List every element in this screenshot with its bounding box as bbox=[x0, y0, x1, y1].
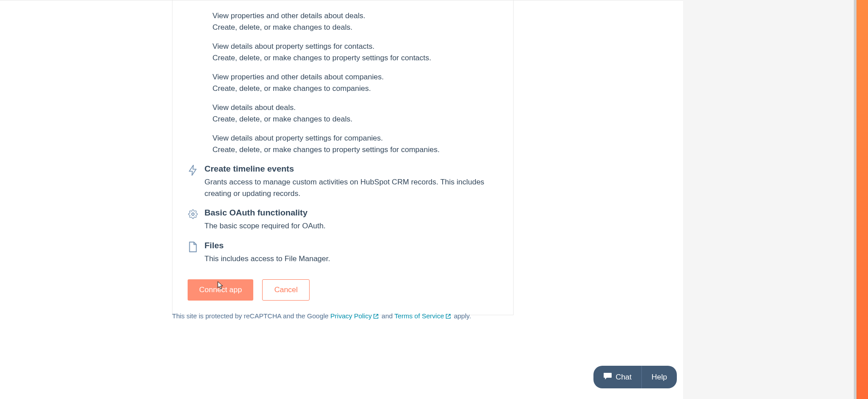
footer-suffix: apply. bbox=[452, 312, 471, 320]
permission-line: View details about property settings for… bbox=[212, 133, 495, 144]
lightning-icon bbox=[188, 165, 198, 176]
permission-block: View details about property settings for… bbox=[212, 133, 495, 155]
help-widgets: Chat Help bbox=[593, 366, 677, 388]
gear-icon bbox=[188, 209, 198, 219]
privacy-policy-link[interactable]: Privacy Policy bbox=[330, 312, 380, 320]
desktop-edge bbox=[856, 0, 868, 399]
permission-line: View details about property settings for… bbox=[212, 41, 495, 52]
button-row: Connect app Cancel bbox=[173, 279, 513, 301]
scope-title: Files bbox=[204, 241, 495, 250]
permission-line: Create, delete, or make changes to deals… bbox=[212, 22, 495, 33]
help-button[interactable]: Help bbox=[641, 366, 677, 388]
scope-section-timeline: Create timeline events Grants access to … bbox=[173, 164, 513, 199]
scope-title: Create timeline events bbox=[204, 164, 495, 174]
permission-line: View details about deals. bbox=[212, 102, 495, 113]
connect-app-button[interactable]: Connect app bbox=[188, 279, 253, 301]
scope-description: Grants access to manage custom activitie… bbox=[204, 176, 495, 199]
permission-line: Create, delete, or make changes to prope… bbox=[212, 144, 495, 156]
permission-block: View properties and other details about … bbox=[212, 71, 495, 94]
scope-description: This includes access to File Manager. bbox=[204, 253, 495, 265]
page-container: View properties and other details about … bbox=[0, 0, 683, 399]
scope-description: The basic scope required for OAuth. bbox=[204, 220, 495, 232]
footer-recaptcha: This site is protected by reCAPTCHA and … bbox=[172, 312, 471, 321]
permission-line: View properties and other details about … bbox=[212, 71, 495, 83]
permission-line: View properties and other details about … bbox=[212, 10, 495, 22]
footer-prefix: This site is protected by reCAPTCHA and … bbox=[172, 312, 330, 320]
terms-of-service-link[interactable]: Terms of Service bbox=[394, 312, 452, 320]
permission-block: View properties and other details about … bbox=[212, 10, 495, 33]
oauth-consent-card: View properties and other details about … bbox=[172, 0, 514, 315]
chat-button[interactable]: Chat bbox=[593, 366, 641, 388]
scope-title: Basic OAuth functionality bbox=[204, 208, 495, 218]
permission-line: Create, delete, or make changes to deals… bbox=[212, 113, 495, 125]
chat-icon bbox=[603, 372, 612, 382]
permission-line: Create, delete, or make changes to compa… bbox=[212, 83, 495, 94]
permission-block: View details about deals. Create, delete… bbox=[212, 102, 495, 125]
scope-section-oauth: Basic OAuth functionality The basic scop… bbox=[173, 208, 513, 232]
scope-section-files: Files This includes access to File Manag… bbox=[173, 241, 513, 265]
file-icon bbox=[188, 242, 198, 252]
cancel-button[interactable]: Cancel bbox=[262, 279, 310, 301]
permission-line: Create, delete, or make changes to prope… bbox=[212, 52, 495, 64]
chat-label: Chat bbox=[616, 373, 632, 382]
external-link-icon bbox=[445, 313, 451, 321]
permission-list: View properties and other details about … bbox=[173, 0, 513, 155]
external-link-icon bbox=[373, 313, 379, 321]
permission-block: View details about property settings for… bbox=[212, 41, 495, 63]
footer-and: and bbox=[380, 312, 394, 320]
